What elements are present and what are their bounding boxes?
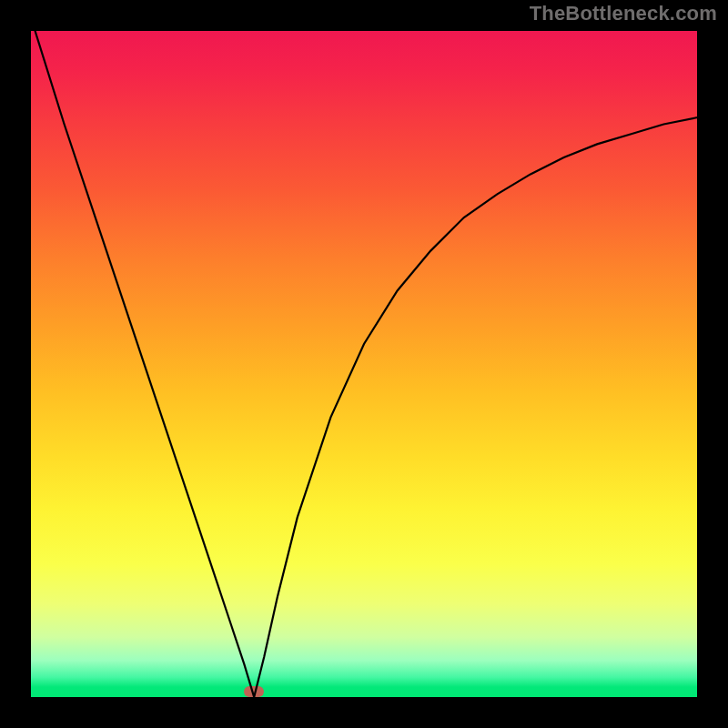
bottleneck-curve: [31, 31, 697, 697]
chart-frame: TheBottleneck.com: [0, 0, 728, 728]
plot-area: [31, 31, 697, 697]
watermark-text: TheBottleneck.com: [530, 2, 717, 25]
